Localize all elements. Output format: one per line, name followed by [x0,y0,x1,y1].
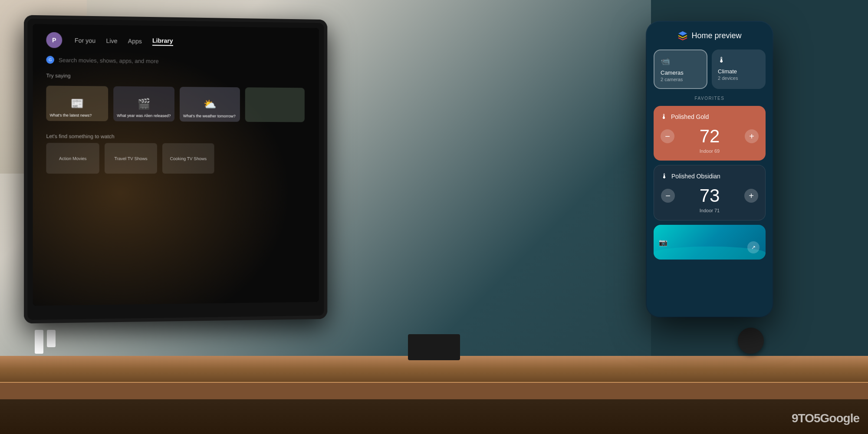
phone-title: Home preview [691,31,741,40]
google-home-icon [677,30,688,41]
google-assistant-icon: G [46,56,54,64]
avatar-letter: P [52,36,56,43]
temp-increase-obsidian[interactable]: + [744,189,758,203]
shelf-front [0,382,868,399]
suggestion-text-1: What's the latest news? [50,113,92,118]
expand-icon: ↗ [751,244,756,250]
phone-inner: Home preview 📹 Cameras 2 cameras 🌡 Clima… [647,22,773,317]
camera-preview-icon: 📷 [659,238,667,247]
indoor-temp-obsidian: Indoor 71 [661,208,758,213]
category-travel-label: Travel TV Shows [114,156,147,161]
climate-icon: 🌡 [718,56,760,65]
category-cooking[interactable]: Cooking TV Shows [162,143,214,174]
thermostat-gold-name: Polished Gold [671,113,709,120]
google-tv-ui: P For you Live Apps Library G Search mov… [33,24,319,306]
suggestion-text-2: What year was Alien released? [117,113,171,118]
gtv-header: P For you Live Apps Library [33,24,319,59]
suggestion-text-3: What's the weather tomorrow? [183,114,236,118]
suggestion-card-2[interactable]: 🎬 What year was Alien released? [113,86,174,122]
category-action[interactable]: Action Movies [46,143,99,174]
smart-speaker [738,328,764,354]
search-placeholder: Search movies, shows, apps, and more [59,56,158,64]
temp-value-gold: 72 [700,126,720,147]
lets-watch-label: Let's find something to watch [33,130,319,144]
suggestion-card-1[interactable]: 📰 What's the latest news? [46,85,108,121]
thermostat-obsidian-header: 🌡 Polished Obsidian [661,172,758,180]
climate-card[interactable]: 🌡 Climate 2 devices [712,49,766,89]
device-grid: 📹 Cameras 2 cameras 🌡 Climate 2 devices [654,49,766,89]
suggestion-card-4[interactable] [245,87,305,122]
tv-screen: P For you Live Apps Library G Search mov… [33,24,319,306]
temp-value-obsidian: 73 [700,185,720,206]
candle-1 [35,330,43,354]
suggestion-cards: 📰 What's the latest news? 🎬 What year wa… [33,82,319,125]
camera-expand-btn[interactable]: ↗ [747,241,760,253]
phone-header: Home preview [654,30,766,41]
thermostat-obsidian: 🌡 Polished Obsidian − 73 + Indoor 71 [654,165,766,220]
climate-sub: 2 devices [718,76,760,81]
tv-frame: P For you Live Apps Library G Search mov… [24,15,327,324]
tv-stand [408,334,460,360]
nav-live[interactable]: Live [106,37,118,44]
thermometer-icon-obsidian: 🌡 [661,172,668,180]
camera-preview[interactable]: 📷 ↗ [654,225,766,260]
user-avatar[interactable]: P [46,32,62,48]
nav-for-you[interactable]: For you [75,37,95,44]
phone-overlay: Home preview 📹 Cameras 2 cameras 🌡 Clima… [647,22,773,317]
indoor-temp-gold: Indoor 69 [661,148,759,154]
camera-icon: 📹 [661,56,700,66]
temp-decrease-obsidian[interactable]: − [661,189,675,203]
thermostat-gold: 🌡 Polished Gold − 72 + Indoor 69 [654,106,766,161]
thermostat-gold-header: 🌡 Polished Gold [661,113,759,121]
category-cooking-label: Cooking TV Shows [170,156,207,161]
temp-increase-gold[interactable]: + [745,129,759,143]
category-action-label: Action Movies [59,156,86,161]
thermometer-icon-gold: 🌡 [661,113,667,121]
watermark: 9TO5Google [792,411,859,425]
nav-library[interactable]: Library [152,37,173,46]
cameras-sub: 2 cameras [661,77,700,82]
category-travel[interactable]: Travel TV Shows [105,143,157,174]
gtv-nav: For you Live Apps Library [75,36,173,46]
thermostat-obsidian-controls: − 73 + [661,185,758,206]
cameras-name: Cameras [661,69,700,76]
candle-2 [47,330,56,347]
cameras-card[interactable]: 📹 Cameras 2 cameras [654,49,707,89]
temp-decrease-gold[interactable]: − [661,129,674,143]
candles [35,330,56,354]
movie-cards: Action Movies Travel TV Shows Cooking TV… [33,143,319,174]
suggestion-card-3[interactable]: ⛅ What's the weather tomorrow? [180,87,240,122]
thermostat-gold-controls: − 72 + [661,126,759,147]
thermostat-obsidian-name: Polished Obsidian [671,173,720,180]
nav-apps[interactable]: Apps [128,37,142,44]
climate-name: Climate [718,68,760,75]
favorites-label: FAVORITES [654,96,766,101]
